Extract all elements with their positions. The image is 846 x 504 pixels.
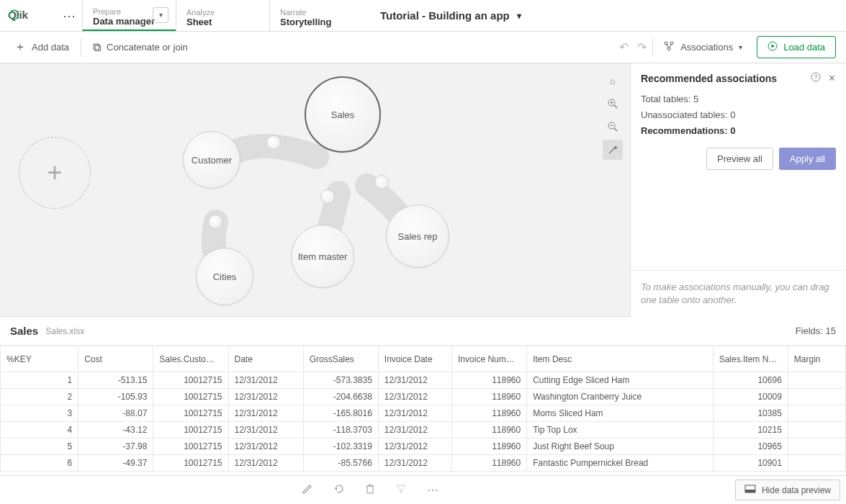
load-data-button[interactable]: Load data	[757, 36, 836, 58]
nav-prepare-dropdown[interactable]: ▾	[153, 7, 168, 23]
column-header[interactable]: Cost	[78, 346, 153, 372]
table-cell: 118960	[452, 455, 527, 472]
table-row[interactable]: 4-43.121001271512/31/2012-118.370312/31/…	[1, 422, 846, 438]
table-cell: -573.3835	[303, 372, 378, 389]
app-menu-icon[interactable]: ⋯	[56, 0, 82, 31]
table-cell: 10696	[713, 372, 788, 389]
bubble-label: Sales rep	[398, 231, 438, 242]
table-row[interactable]: 6-49.371001271512/31/2012-85.576612/31/2…	[1, 455, 846, 472]
associations-canvas[interactable]: + Sales Customer Cities Item master Sale…	[0, 63, 630, 317]
nav-analyze[interactable]: Analyze Sheet	[176, 0, 269, 31]
column-header[interactable]: Invoice Date	[378, 346, 451, 372]
help-icon[interactable]: ?	[811, 72, 821, 84]
redo-icon[interactable]: ↷	[633, 40, 651, 54]
app-title[interactable]: Tutorial - Building an app ▾	[363, 0, 846, 31]
table-cell: Tip Top Lox	[527, 422, 713, 438]
column-header[interactable]: Sales.Item N…	[713, 346, 788, 372]
nav-narrate-big: Storytelling	[280, 17, 353, 27]
table-cell: 10012715	[153, 455, 228, 472]
table-cell: -37.98	[78, 438, 153, 455]
more-icon[interactable]: ⋯	[427, 483, 438, 497]
table-cell: 10012715	[153, 372, 228, 389]
table-cell: Fantastic Pumpernickel Bread	[527, 455, 713, 472]
add-data-button[interactable]: ＋ Add data	[4, 32, 79, 63]
table-bubble-sales[interactable]: Sales	[305, 76, 381, 153]
table-cell: Washington Cranberry Juice	[527, 389, 713, 405]
separator	[81, 38, 81, 57]
zoom-in-icon[interactable]	[603, 94, 623, 114]
table-bubble-cities[interactable]: Cities	[196, 248, 253, 305]
preview-table-name: Sales	[10, 325, 38, 337]
table-cell: 1	[1, 372, 78, 389]
table-cell	[788, 389, 845, 405]
column-header[interactable]: Margin	[788, 346, 845, 372]
associations-icon	[663, 40, 675, 54]
undo-icon[interactable]: ↶	[615, 40, 633, 54]
table-cell: 10009	[713, 389, 788, 405]
table-cell	[788, 405, 845, 422]
delete-icon[interactable]	[365, 483, 375, 498]
link-dot[interactable]	[374, 175, 389, 189]
table-cell: 118960	[452, 422, 527, 438]
table-bubble-sales-rep[interactable]: Sales rep	[386, 204, 449, 268]
table-cell: 12/31/2012	[378, 389, 451, 405]
column-header[interactable]: GrossSales	[303, 346, 378, 372]
column-header[interactable]: Date	[228, 346, 303, 372]
magic-wand-icon[interactable]	[603, 140, 623, 160]
table-bubble-customer[interactable]: Customer	[183, 131, 240, 189]
table-bubble-item-master[interactable]: Item master	[291, 225, 354, 288]
table-row[interactable]: 2-105.931001271512/31/2012-204.663812/31…	[1, 389, 846, 405]
table-cell	[788, 422, 845, 438]
unassoc-label: Unassociated tables:	[641, 109, 728, 120]
table-cell: -513.15	[78, 372, 153, 389]
close-icon[interactable]: ✕	[828, 73, 836, 84]
column-header[interactable]: Item Desc	[527, 346, 713, 372]
table-cell: Cutting Edge Sliced Ham	[527, 372, 713, 389]
column-header[interactable]: %KEY	[1, 346, 78, 372]
panel-title: Recommended associations	[641, 73, 804, 84]
view-mode-dropdown[interactable]: Associations ▾	[654, 32, 751, 63]
qlik-logo: Qlik	[0, 0, 56, 31]
link-dot[interactable]	[208, 215, 222, 229]
svg-line-5	[667, 44, 668, 48]
filter-icon[interactable]	[395, 483, 407, 498]
table-row[interactable]: 3-88.071001271512/31/2012-165.801612/31/…	[1, 405, 846, 422]
table-cell: 10012715	[153, 438, 228, 455]
table-cell: 10965	[713, 438, 788, 455]
refresh-icon[interactable]	[333, 483, 345, 498]
table-cell: 118960	[452, 405, 527, 422]
hide-data-preview-button[interactable]: Hide data preview	[735, 480, 840, 500]
nav-narrate[interactable]: Narrate Storytelling	[269, 0, 363, 31]
recommendations-value: 0	[730, 125, 735, 136]
table-cell: 118960	[452, 372, 527, 389]
home-icon[interactable]: ⌂	[603, 71, 623, 91]
nav-prepare[interactable]: Prepare Data manager ▾	[82, 0, 176, 31]
separator	[652, 38, 653, 57]
table-cell: 12/31/2012	[378, 438, 451, 455]
unassoc-value: 0	[730, 109, 735, 120]
concatenate-button[interactable]: ⧉ Concatenate or join	[83, 32, 198, 63]
table-cell: 118960	[452, 438, 527, 455]
apply-all-button[interactable]: Apply all	[779, 148, 836, 170]
table-cell: -85.5766	[303, 455, 378, 472]
column-header[interactable]: Invoice Num…	[452, 346, 527, 372]
table-cell: 12/31/2012	[378, 455, 451, 472]
table-row[interactable]: 5-37.981001271512/31/2012-102.331912/31/…	[1, 438, 846, 455]
bubble-label: Item master	[298, 251, 348, 262]
link-dot[interactable]	[320, 189, 335, 204]
edit-icon[interactable]	[302, 483, 313, 498]
table-cell: 10012715	[153, 422, 228, 438]
svg-line-14	[614, 128, 617, 131]
column-header[interactable]: Sales.Custo…	[153, 346, 228, 372]
concatenate-label: Concatenate or join	[107, 42, 188, 53]
svg-rect-20	[367, 486, 373, 493]
link-dot[interactable]	[266, 135, 281, 150]
svg-text:?: ?	[814, 73, 817, 81]
total-tables-label: Total tables:	[641, 94, 690, 104]
table-row[interactable]: 1-513.151001271512/31/2012-573.383512/31…	[1, 372, 846, 389]
zoom-out-icon[interactable]	[603, 117, 623, 137]
preview-all-button[interactable]: Preview all	[706, 148, 773, 170]
preview-file-name: Sales.xlsx	[45, 326, 84, 336]
table-cell: 3	[1, 405, 78, 422]
table-cell: -88.07	[78, 405, 153, 422]
